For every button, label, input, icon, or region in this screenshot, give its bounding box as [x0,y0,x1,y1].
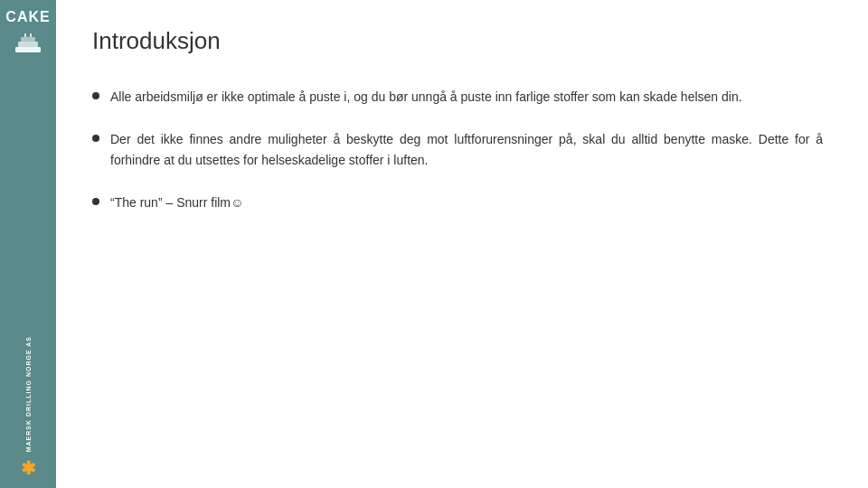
list-item: “The run” – Snurr film☺ [92,192,823,212]
bullet-list: Alle arbeidsmiljø er ikke optimale å pus… [92,87,823,213]
sidebar-bottom: MAERSK DRILLING NORGE AS ✱ [21,336,36,479]
page-title: Introduksjon [92,27,823,55]
cake-icon [12,29,44,61]
svg-rect-3 [24,33,26,37]
cake-logo: CAKE [5,9,50,61]
slide-container: CAKE MAERSK DRILLING NORGE AS ✱ Introduk… [0,0,868,488]
svg-rect-1 [18,42,38,47]
main-content: Introduksjon Alle arbeidsmiljø er ikke o… [56,0,868,488]
bullet-text-3: “The run” – Snurr film☺ [110,192,243,212]
company-name: MAERSK DRILLING NORGE AS [25,336,32,452]
bullet-dot [92,135,99,142]
bullet-text-2: Der det ikke finnes andre muligheter å b… [110,129,823,170]
cake-logo-text: CAKE [5,9,50,25]
sidebar: CAKE MAERSK DRILLING NORGE AS ✱ [0,0,56,488]
svg-rect-2 [21,37,35,42]
bullet-text-1: Alle arbeidsmiljø er ikke optimale å pus… [110,87,742,107]
svg-rect-4 [30,33,32,37]
bullet-dot [92,92,99,99]
svg-rect-0 [15,47,41,52]
list-item: Der det ikke finnes andre muligheter å b… [92,129,823,170]
list-item: Alle arbeidsmiljø er ikke optimale å pus… [92,87,823,107]
asterisk-icon: ✱ [21,457,36,479]
bullet-dot [92,198,99,205]
